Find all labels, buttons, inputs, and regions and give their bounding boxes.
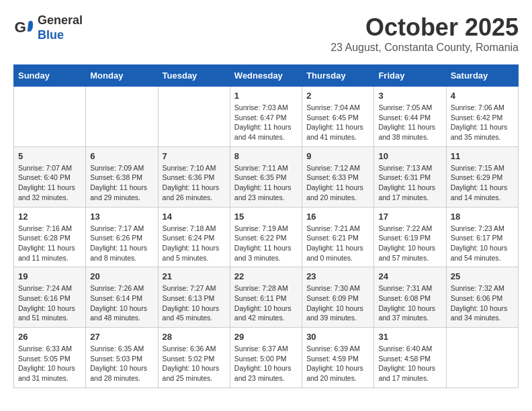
weekday-header-monday: Monday bbox=[86, 65, 158, 87]
logo-text: General Blue bbox=[38, 13, 83, 42]
day-number: 5 bbox=[18, 151, 81, 161]
calendar-cell: 6Sunrise: 7:09 AM Sunset: 6:38 PM Daylig… bbox=[86, 146, 158, 207]
day-number: 7 bbox=[163, 151, 226, 161]
weekday-header-row: SundayMondayTuesdayWednesdayThursdayFrid… bbox=[14, 65, 519, 87]
day-number: 13 bbox=[90, 212, 153, 222]
day-info: Sunrise: 7:31 AM Sunset: 6:08 PM Dayligh… bbox=[378, 283, 441, 323]
calendar-cell: 9Sunrise: 7:12 AM Sunset: 6:33 PM Daylig… bbox=[302, 146, 374, 207]
day-info: Sunrise: 7:18 AM Sunset: 6:24 PM Dayligh… bbox=[163, 224, 226, 263]
calendar-cell: 30Sunrise: 6:39 AM Sunset: 4:59 PM Dayli… bbox=[302, 328, 374, 388]
day-info: Sunrise: 7:27 AM Sunset: 6:13 PM Dayligh… bbox=[163, 283, 226, 323]
day-number: 24 bbox=[378, 271, 441, 281]
day-info: Sunrise: 7:09 AM Sunset: 6:38 PM Dayligh… bbox=[90, 163, 153, 203]
calendar-cell: 15Sunrise: 7:19 AM Sunset: 6:22 PM Dayli… bbox=[230, 207, 302, 267]
day-info: Sunrise: 7:16 AM Sunset: 6:28 PM Dayligh… bbox=[18, 224, 81, 263]
day-info: Sunrise: 7:19 AM Sunset: 6:22 PM Dayligh… bbox=[234, 224, 298, 263]
calendar-week-5: 26Sunrise: 6:33 AM Sunset: 5:05 PM Dayli… bbox=[14, 328, 519, 388]
day-info: Sunrise: 7:30 AM Sunset: 6:09 PM Dayligh… bbox=[306, 283, 369, 323]
calendar-cell: 29Sunrise: 6:37 AM Sunset: 5:00 PM Dayli… bbox=[230, 328, 302, 388]
calendar-cell: 12Sunrise: 7:16 AM Sunset: 6:28 PM Dayli… bbox=[14, 207, 86, 267]
day-info: Sunrise: 7:23 AM Sunset: 6:17 PM Dayligh… bbox=[451, 224, 514, 263]
day-number: 3 bbox=[378, 91, 441, 101]
day-number: 2 bbox=[306, 91, 369, 101]
day-info: Sunrise: 6:40 AM Sunset: 4:58 PM Dayligh… bbox=[378, 344, 441, 383]
calendar-cell bbox=[158, 87, 230, 147]
day-info: Sunrise: 7:17 AM Sunset: 6:26 PM Dayligh… bbox=[90, 224, 153, 263]
calendar-cell: 16Sunrise: 7:21 AM Sunset: 6:21 PM Dayli… bbox=[302, 207, 374, 267]
calendar-cell: 20Sunrise: 7:26 AM Sunset: 6:14 PM Dayli… bbox=[86, 267, 158, 328]
calendar-cell: 11Sunrise: 7:15 AM Sunset: 6:29 PM Dayli… bbox=[446, 146, 518, 207]
calendar-cell bbox=[86, 87, 158, 147]
weekday-header-tuesday: Tuesday bbox=[158, 65, 230, 87]
calendar-cell: 28Sunrise: 6:36 AM Sunset: 5:02 PM Dayli… bbox=[158, 328, 230, 388]
day-number: 16 bbox=[306, 212, 369, 222]
day-number: 29 bbox=[234, 332, 298, 342]
weekday-header-thursday: Thursday bbox=[302, 65, 374, 87]
day-number: 23 bbox=[306, 271, 369, 281]
day-number: 22 bbox=[234, 271, 298, 281]
calendar-cell: 31Sunrise: 6:40 AM Sunset: 4:58 PM Dayli… bbox=[374, 328, 446, 388]
calendar-cell: 22Sunrise: 7:28 AM Sunset: 6:11 PM Dayli… bbox=[230, 267, 302, 328]
calendar-week-1: 1Sunrise: 7:03 AM Sunset: 6:47 PM Daylig… bbox=[14, 87, 519, 147]
subtitle: 23 August, Constanta County, Romania bbox=[330, 42, 519, 54]
calendar-cell: 13Sunrise: 7:17 AM Sunset: 6:26 PM Dayli… bbox=[86, 207, 158, 267]
day-info: Sunrise: 7:21 AM Sunset: 6:21 PM Dayligh… bbox=[306, 224, 369, 263]
logo: G General Blue bbox=[13, 13, 83, 42]
day-info: Sunrise: 6:37 AM Sunset: 5:00 PM Dayligh… bbox=[234, 344, 298, 383]
calendar-week-2: 5Sunrise: 7:07 AM Sunset: 6:40 PM Daylig… bbox=[14, 146, 519, 207]
day-info: Sunrise: 6:39 AM Sunset: 4:59 PM Dayligh… bbox=[306, 344, 369, 383]
calendar-cell: 21Sunrise: 7:27 AM Sunset: 6:13 PM Dayli… bbox=[158, 267, 230, 328]
day-number: 17 bbox=[378, 212, 441, 222]
calendar-cell: 4Sunrise: 7:06 AM Sunset: 6:42 PM Daylig… bbox=[446, 87, 518, 147]
day-number: 25 bbox=[451, 271, 514, 281]
calendar-cell: 19Sunrise: 7:24 AM Sunset: 6:16 PM Dayli… bbox=[14, 267, 86, 328]
calendar-cell: 7Sunrise: 7:10 AM Sunset: 6:36 PM Daylig… bbox=[158, 146, 230, 207]
day-number: 15 bbox=[234, 212, 298, 222]
weekday-header-wednesday: Wednesday bbox=[230, 65, 302, 87]
calendar-week-4: 19Sunrise: 7:24 AM Sunset: 6:16 PM Dayli… bbox=[14, 267, 519, 328]
day-info: Sunrise: 7:26 AM Sunset: 6:14 PM Dayligh… bbox=[90, 283, 153, 323]
calendar-week-3: 12Sunrise: 7:16 AM Sunset: 6:28 PM Dayli… bbox=[14, 207, 519, 267]
calendar-cell: 17Sunrise: 7:22 AM Sunset: 6:19 PM Dayli… bbox=[374, 207, 446, 267]
page-header: G General Blue October 2025 23 August, C… bbox=[13, 13, 519, 54]
calendar-cell: 3Sunrise: 7:05 AM Sunset: 6:44 PM Daylig… bbox=[374, 87, 446, 147]
day-number: 11 bbox=[451, 151, 514, 161]
calendar-cell: 25Sunrise: 7:32 AM Sunset: 6:06 PM Dayli… bbox=[446, 267, 518, 328]
day-number: 31 bbox=[378, 332, 441, 342]
day-info: Sunrise: 7:05 AM Sunset: 6:44 PM Dayligh… bbox=[378, 103, 441, 142]
day-number: 4 bbox=[451, 91, 514, 101]
day-number: 20 bbox=[90, 271, 153, 281]
day-info: Sunrise: 6:35 AM Sunset: 5:03 PM Dayligh… bbox=[90, 344, 153, 383]
day-info: Sunrise: 7:07 AM Sunset: 6:40 PM Dayligh… bbox=[18, 163, 81, 203]
calendar-cell: 2Sunrise: 7:04 AM Sunset: 6:45 PM Daylig… bbox=[302, 87, 374, 147]
day-number: 18 bbox=[451, 212, 514, 222]
day-number: 30 bbox=[306, 332, 369, 342]
weekday-header-saturday: Saturday bbox=[446, 65, 518, 87]
day-number: 6 bbox=[90, 151, 153, 161]
calendar-cell bbox=[446, 328, 518, 388]
calendar-cell bbox=[14, 87, 86, 147]
title-block: October 2025 23 August, Constanta County… bbox=[330, 13, 519, 54]
calendar-cell: 14Sunrise: 7:18 AM Sunset: 6:24 PM Dayli… bbox=[158, 207, 230, 267]
day-number: 21 bbox=[163, 271, 226, 281]
calendar-cell: 8Sunrise: 7:11 AM Sunset: 6:35 PM Daylig… bbox=[230, 146, 302, 207]
day-info: Sunrise: 7:22 AM Sunset: 6:19 PM Dayligh… bbox=[378, 224, 441, 263]
day-number: 14 bbox=[163, 212, 226, 222]
day-info: Sunrise: 7:13 AM Sunset: 6:31 PM Dayligh… bbox=[378, 163, 441, 203]
day-number: 12 bbox=[18, 212, 81, 222]
day-info: Sunrise: 7:03 AM Sunset: 6:47 PM Dayligh… bbox=[234, 103, 298, 142]
day-number: 19 bbox=[18, 271, 81, 281]
logo-icon: G bbox=[13, 17, 35, 39]
day-number: 1 bbox=[234, 91, 298, 101]
calendar-cell: 26Sunrise: 6:33 AM Sunset: 5:05 PM Dayli… bbox=[14, 328, 86, 388]
month-title: October 2025 bbox=[330, 13, 519, 42]
day-info: Sunrise: 7:10 AM Sunset: 6:36 PM Dayligh… bbox=[163, 163, 226, 203]
calendar-cell: 1Sunrise: 7:03 AM Sunset: 6:47 PM Daylig… bbox=[230, 87, 302, 147]
day-info: Sunrise: 7:06 AM Sunset: 6:42 PM Dayligh… bbox=[451, 103, 514, 142]
day-number: 26 bbox=[18, 332, 81, 342]
calendar-cell: 24Sunrise: 7:31 AM Sunset: 6:08 PM Dayli… bbox=[374, 267, 446, 328]
day-number: 9 bbox=[306, 151, 369, 161]
day-info: Sunrise: 6:33 AM Sunset: 5:05 PM Dayligh… bbox=[18, 344, 81, 383]
day-info: Sunrise: 7:32 AM Sunset: 6:06 PM Dayligh… bbox=[451, 283, 514, 323]
day-number: 27 bbox=[90, 332, 153, 342]
